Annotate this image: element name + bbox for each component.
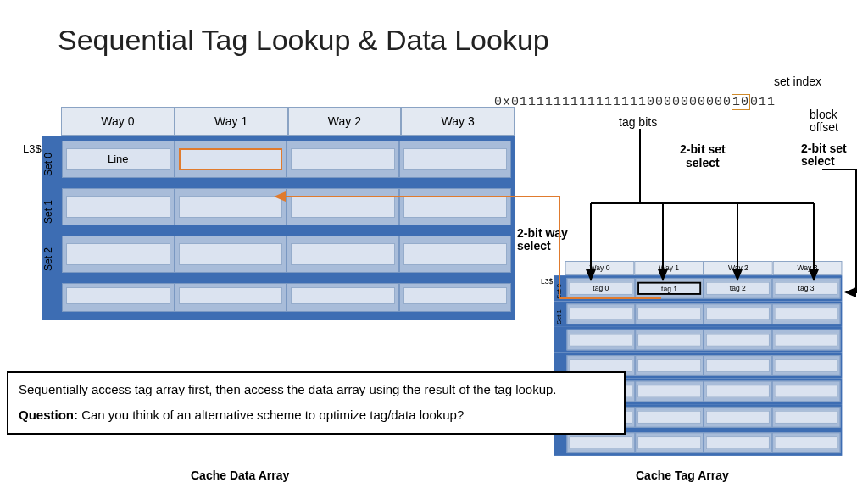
addr-set: 10 <box>732 94 750 110</box>
line-cell <box>291 287 395 304</box>
tag-cell <box>775 436 838 449</box>
tag-cell <box>637 436 701 449</box>
set-label: Set 0 <box>42 142 54 176</box>
tag-cell <box>637 359 701 372</box>
line-cell-highlighted <box>179 148 283 170</box>
tag-cell <box>569 308 632 320</box>
addr-offset: 011 <box>750 95 776 109</box>
set-index-label: set index <box>774 75 821 88</box>
tag-cell <box>775 359 838 372</box>
way-header-small: Way 2 <box>704 261 773 275</box>
tag-cell <box>706 308 770 320</box>
tag-cell <box>706 359 770 372</box>
tag-cell: tag 3 <box>775 282 838 295</box>
line-cell <box>291 243 395 265</box>
l3-label-small: L3$ <box>541 277 553 286</box>
way-header: Way 1 <box>175 107 288 136</box>
tag-cell <box>706 385 770 397</box>
cache-data-array: L3$ Way 0 Way 1 Way 2 Way 3 Set 0 Line S… <box>25 107 515 320</box>
line-cell: Line <box>66 148 170 170</box>
line-cell <box>403 148 508 170</box>
two-bit-select-label-1: 2-bit setselect <box>680 142 726 169</box>
note-question: Question: Can you think of an alternativ… <box>19 407 614 424</box>
line-cell <box>403 243 508 265</box>
way-header-small: Way 3 <box>773 261 843 275</box>
set-label: Set 1 <box>42 190 54 224</box>
tag-cell <box>775 385 838 397</box>
tag-cell <box>775 334 838 347</box>
way-header-small: Way 1 <box>634 261 704 275</box>
tag-cell <box>637 334 701 347</box>
tag-cell <box>637 308 701 320</box>
address-bits: 0x0111111111111111000000000010011 <box>494 95 776 109</box>
line-cell <box>66 196 170 218</box>
line-cell <box>179 243 283 265</box>
tag-bits-label: tag bits <box>619 115 657 129</box>
line-cell <box>179 287 283 304</box>
way-headers: Way 0 Way 1 Way 2 Way 3 <box>61 107 515 136</box>
l3-label: L3$ <box>23 142 42 155</box>
tag-cell <box>775 308 838 320</box>
tag-cell <box>637 385 701 397</box>
two-bit-select-label-2: 2-bit setselect <box>801 142 847 169</box>
tag-cell <box>569 436 632 449</box>
explanation-box: Sequentially access tag array first, the… <box>7 371 626 435</box>
tag-cell <box>706 334 770 347</box>
tag-cell-selected: tag 1 <box>637 282 701 295</box>
line-cell <box>291 148 395 170</box>
note-text: Sequentially access tag array first, the… <box>19 381 614 398</box>
tag-cell <box>569 334 632 347</box>
set-block: Set 0 Line <box>42 136 515 183</box>
set-block <box>42 278 515 320</box>
line-cell <box>403 196 508 218</box>
tag-cell <box>775 411 838 424</box>
way-header-small: Way 0 <box>565 261 635 275</box>
way-header: Way 3 <box>401 107 515 136</box>
line-cell <box>403 287 508 304</box>
line-cell <box>179 196 283 218</box>
set-block: Set 1 <box>42 183 515 230</box>
tag-cell: tag 0 <box>569 282 632 295</box>
block-offset-label: blockoffset <box>810 108 838 135</box>
slide-title: Sequential Tag Lookup & Data Lookup <box>58 24 549 57</box>
line-cell <box>291 196 395 218</box>
data-array-caption: Cache Data Array <box>191 469 289 482</box>
line-cell <box>66 243 170 265</box>
set-label-small: Set 0 <box>556 278 564 299</box>
set-block: Set 2 <box>42 230 515 278</box>
addr-tag: 0x01111111111111110000000000 <box>494 95 732 109</box>
tag-array-caption: Cache Tag Array <box>636 469 729 482</box>
set-label-small: Set 1 <box>556 303 564 324</box>
set-label: Set 2 <box>42 237 54 271</box>
way-select-label: 2-bit wayselect <box>517 227 568 253</box>
way-header: Way 2 <box>288 107 402 136</box>
tag-cell: tag 2 <box>706 282 770 295</box>
tag-cell <box>706 411 770 424</box>
tag-cell <box>569 359 632 372</box>
line-cell <box>66 287 170 304</box>
tag-cell <box>706 436 770 449</box>
tag-cell <box>637 411 701 424</box>
way-header: Way 0 <box>61 107 175 136</box>
